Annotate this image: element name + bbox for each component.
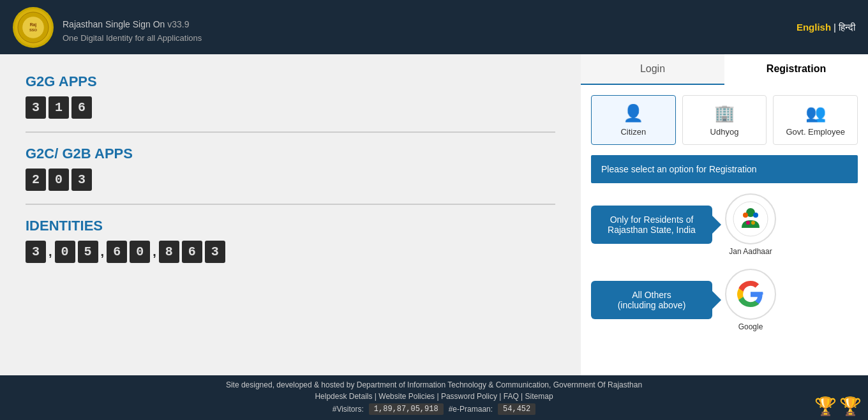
footer-links: Helpdesk Details | Website Policies | Pa… <box>13 392 855 401</box>
lang-separator: | <box>834 22 836 33</box>
language-switcher: English | हिन्दी <box>797 22 855 33</box>
svg-point-9 <box>751 221 755 225</box>
logo-area: Raj SSO Rajasthan Single Sign On v33.9 O… <box>13 7 202 48</box>
identities-section: IDENTITIES 3 , 0 5 , 6 0 , 8 6 3 <box>26 218 555 263</box>
divider-1 <box>26 131 555 133</box>
id-digit-3b: 3 <box>205 241 225 263</box>
svg-text:Raj: Raj <box>30 22 37 27</box>
site-header: Raj SSO Rajasthan Single Sign On v33.9 O… <box>0 0 868 54</box>
digit-2: 2 <box>26 169 46 191</box>
govt-employee-icon: 👥 <box>805 103 826 123</box>
sitemap-link[interactable]: Sitemap <box>525 392 553 401</box>
site-subtitle: One Digital Identity for all Application… <box>63 33 202 43</box>
divider-2 <box>26 204 555 205</box>
id-comma-1: , <box>49 241 52 263</box>
citizen-label: Citizen <box>620 127 646 137</box>
g2c-count-display: 2 0 3 <box>26 169 555 191</box>
left-panel: G2G APPS 3 1 6 G2C/ G2B APPS 2 0 3 IDENT… <box>0 54 581 375</box>
footer-line1: Site designed, developed & hosted by Dep… <box>13 380 855 389</box>
id-digit-8: 8 <box>159 241 179 263</box>
visitors-label: #Visitors: <box>333 405 364 414</box>
tab-login[interactable]: Login <box>581 54 724 84</box>
jan-label-line2: Rajasthan State, India <box>608 225 696 235</box>
digit-3b: 3 <box>71 169 92 191</box>
jan-label-line1: Only for Residents of <box>610 214 694 225</box>
site-title-area: Rajasthan Single Sign On v33.9 One Digit… <box>63 12 202 43</box>
registration-type-row: 👤 Citizen 🏢 Udhyog 👥 Govt. Employee <box>591 95 858 145</box>
title-text: Rajasthan Single Sign On <box>63 19 165 29</box>
govt-employee-label: Govt. Employee <box>786 127 845 137</box>
g2g-count-display: 3 1 6 <box>26 96 555 119</box>
google-label-line2: (including above) <box>618 300 686 310</box>
password-policy-link[interactable]: Password Policy <box>441 392 497 401</box>
g2g-title: G2G APPS <box>26 73 555 90</box>
id-digit-3: 3 <box>26 241 46 263</box>
g2c-section: G2C/ G2B APPS 2 0 3 <box>26 146 555 191</box>
google-icon-btn[interactable] <box>725 269 776 320</box>
jan-aadhaar-text: Jan Aadhaar <box>729 247 772 256</box>
epramaan-label: #e-Pramaan: <box>449 405 493 414</box>
reg-type-udhyog[interactable]: 🏢 Udhyog <box>682 95 767 145</box>
digit-3: 3 <box>26 96 46 119</box>
id-digit-6: 6 <box>107 241 127 263</box>
google-label-line1: All Others <box>632 290 671 300</box>
version-text: v33.9 <box>165 19 189 29</box>
footer-wrapper: Site designed, developed & hosted by Dep… <box>0 375 868 420</box>
main-container: G2G APPS 3 1 6 G2C/ G2B APPS 2 0 3 IDENT… <box>0 54 868 375</box>
digit-1: 1 <box>49 96 69 119</box>
english-lang-button[interactable]: English <box>797 22 831 33</box>
digit-0: 0 <box>49 169 69 191</box>
svg-point-8 <box>746 221 750 225</box>
g2g-section: G2G APPS 3 1 6 <box>26 73 555 119</box>
footer-stats: #Visitors: 1,89,87,05,918 #e-Pramaan: 54… <box>13 403 855 415</box>
site-logo: Raj SSO <box>13 7 54 48</box>
jan-aadhaar-label-btn[interactable]: Only for Residents of Rajasthan State, I… <box>591 206 712 244</box>
reg-type-citizen[interactable]: 👤 Citizen <box>591 95 676 145</box>
jan-aadhaar-row: Only for Residents of Rajasthan State, I… <box>591 193 858 256</box>
google-text: Google <box>738 322 763 331</box>
citizen-icon: 👤 <box>623 103 643 123</box>
jan-aadhaar-icon-btn[interactable] <box>725 193 776 244</box>
google-row: All Others (including above) G <box>591 269 858 331</box>
id-digit-5: 5 <box>78 241 98 263</box>
id-digit-0b: 0 <box>130 241 150 263</box>
visitors-count: 1,89,87,05,918 <box>369 403 444 415</box>
digit-6: 6 <box>71 96 92 119</box>
g2c-title: G2C/ G2B APPS <box>26 146 555 162</box>
trophy-gold-icon: 🏆 <box>814 396 837 417</box>
reg-type-govt-employee[interactable]: 👥 Govt. Employee <box>773 95 858 145</box>
google-option: Google <box>725 269 776 331</box>
svg-text:SSO: SSO <box>29 27 38 31</box>
site-title: Rajasthan Single Sign On v33.9 <box>63 12 202 32</box>
site-footer: Site designed, developed & hosted by Dep… <box>0 375 868 420</box>
hindi-lang-button[interactable]: हिन्दी <box>839 22 855 33</box>
svg-point-7 <box>753 213 758 218</box>
jan-aadhaar-option: Jan Aadhaar <box>725 193 776 256</box>
udhyog-label: Udhyog <box>710 127 739 137</box>
tab-registration[interactable]: Registration <box>724 54 868 85</box>
trophy-silver-icon: 🏆 <box>839 396 862 417</box>
epramaan-count: 54,452 <box>498 403 535 415</box>
trophy-icons: 🏆 🏆 <box>814 396 862 417</box>
id-comma-3: , <box>153 241 156 263</box>
faq-link[interactable]: FAQ <box>504 392 519 401</box>
website-policies-link[interactable]: Website Policies <box>378 392 435 401</box>
udhyog-icon: 🏢 <box>714 103 735 123</box>
identities-title: IDENTITIES <box>26 218 555 234</box>
registration-panel: 👤 Citizen 🏢 Udhyog 👥 Govt. Employee Plea… <box>581 85 868 341</box>
id-comma-2: , <box>101 241 105 263</box>
google-label-btn[interactable]: All Others (including above) <box>591 281 712 319</box>
helpdesk-link[interactable]: Helpdesk Details <box>315 392 372 401</box>
registration-options: Only for Residents of Rajasthan State, I… <box>591 193 858 331</box>
identities-count-display: 3 , 0 5 , 6 0 , 8 6 3 <box>26 241 555 263</box>
right-panel: Login Registration 👤 Citizen 🏢 Udhyog 👥 … <box>581 54 868 375</box>
tab-bar: Login Registration <box>581 54 868 85</box>
registration-alert: Please select an option for Registration <box>591 155 858 183</box>
svg-point-4 <box>733 202 768 236</box>
svg-point-6 <box>743 213 748 218</box>
id-digit-0: 0 <box>55 241 75 263</box>
id-digit-6b: 6 <box>182 241 202 263</box>
